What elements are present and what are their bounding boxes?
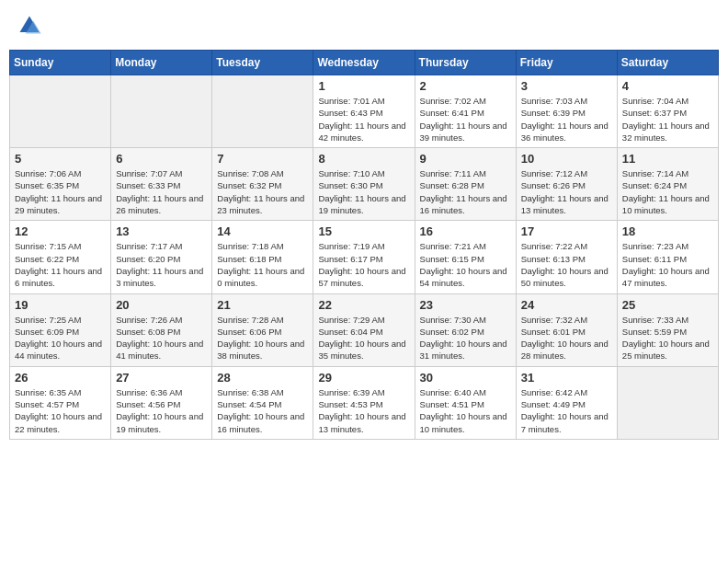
day-cell: 24Sunrise: 7:32 AM Sunset: 6:01 PM Dayli… bbox=[516, 293, 617, 366]
day-info: Sunrise: 7:33 AM Sunset: 5:59 PM Dayligh… bbox=[622, 314, 713, 362]
day-info: Sunrise: 7:28 AM Sunset: 6:06 PM Dayligh… bbox=[217, 314, 308, 362]
day-number: 1 bbox=[318, 79, 409, 93]
day-cell bbox=[617, 366, 718, 439]
day-number: 31 bbox=[521, 371, 612, 385]
weekday-header-sunday: Sunday bbox=[10, 51, 111, 75]
day-info: Sunrise: 7:22 AM Sunset: 6:13 PM Dayligh… bbox=[521, 240, 612, 289]
day-cell: 13Sunrise: 7:17 AM Sunset: 6:20 PM Dayli… bbox=[111, 221, 212, 293]
day-number: 15 bbox=[318, 224, 409, 238]
day-info: Sunrise: 7:02 AM Sunset: 6:41 PM Dayligh… bbox=[420, 95, 511, 144]
day-cell: 25Sunrise: 7:33 AM Sunset: 5:59 PM Dayli… bbox=[617, 293, 718, 366]
day-cell: 5Sunrise: 7:06 AM Sunset: 6:35 PM Daylig… bbox=[10, 148, 111, 221]
day-cell: 4Sunrise: 7:04 AM Sunset: 6:37 PM Daylig… bbox=[617, 75, 718, 148]
day-info: Sunrise: 7:17 AM Sunset: 6:20 PM Dayligh… bbox=[116, 240, 207, 289]
day-info: Sunrise: 7:11 AM Sunset: 6:28 PM Dayligh… bbox=[420, 167, 511, 216]
day-cell: 8Sunrise: 7:10 AM Sunset: 6:30 PM Daylig… bbox=[313, 148, 415, 221]
day-info: Sunrise: 7:12 AM Sunset: 6:26 PM Dayligh… bbox=[521, 167, 612, 216]
day-cell bbox=[111, 75, 212, 148]
day-number: 16 bbox=[420, 224, 511, 238]
day-cell: 12Sunrise: 7:15 AM Sunset: 6:22 PM Dayli… bbox=[10, 221, 111, 293]
day-cell: 1Sunrise: 7:01 AM Sunset: 6:43 PM Daylig… bbox=[313, 75, 415, 148]
day-cell: 21Sunrise: 7:28 AM Sunset: 6:06 PM Dayli… bbox=[212, 293, 313, 366]
day-cell: 2Sunrise: 7:02 AM Sunset: 6:41 PM Daylig… bbox=[415, 75, 516, 148]
week-row-3: 12Sunrise: 7:15 AM Sunset: 6:22 PM Dayli… bbox=[10, 221, 719, 293]
week-row-4: 19Sunrise: 7:25 AM Sunset: 6:09 PM Dayli… bbox=[10, 293, 719, 366]
day-cell: 3Sunrise: 7:03 AM Sunset: 6:39 PM Daylig… bbox=[516, 75, 617, 148]
weekday-header-thursday: Thursday bbox=[415, 51, 516, 75]
day-info: Sunrise: 7:18 AM Sunset: 6:18 PM Dayligh… bbox=[217, 240, 308, 289]
day-number: 30 bbox=[420, 371, 511, 385]
day-cell bbox=[10, 75, 111, 148]
day-number: 11 bbox=[622, 152, 713, 166]
weekday-header-saturday: Saturday bbox=[617, 51, 718, 75]
day-number: 25 bbox=[622, 298, 713, 312]
day-number: 10 bbox=[521, 152, 612, 166]
day-cell: 26Sunrise: 6:35 AM Sunset: 4:57 PM Dayli… bbox=[10, 366, 111, 439]
day-number: 27 bbox=[116, 371, 207, 385]
day-cell: 28Sunrise: 6:38 AM Sunset: 4:54 PM Dayli… bbox=[212, 366, 313, 439]
weekday-header-monday: Monday bbox=[111, 51, 212, 75]
day-info: Sunrise: 6:38 AM Sunset: 4:54 PM Dayligh… bbox=[217, 386, 308, 435]
day-number: 12 bbox=[15, 224, 106, 238]
week-row-2: 5Sunrise: 7:06 AM Sunset: 6:35 PM Daylig… bbox=[10, 148, 719, 221]
day-cell: 30Sunrise: 6:40 AM Sunset: 4:51 PM Dayli… bbox=[415, 366, 516, 439]
day-info: Sunrise: 7:26 AM Sunset: 6:08 PM Dayligh… bbox=[116, 314, 207, 362]
day-cell: 22Sunrise: 7:29 AM Sunset: 6:04 PM Dayli… bbox=[313, 293, 415, 366]
day-number: 7 bbox=[217, 152, 308, 166]
day-number: 18 bbox=[622, 224, 713, 238]
day-cell: 10Sunrise: 7:12 AM Sunset: 6:26 PM Dayli… bbox=[516, 148, 617, 221]
day-info: Sunrise: 7:15 AM Sunset: 6:22 PM Dayligh… bbox=[15, 240, 106, 289]
day-cell: 31Sunrise: 6:42 AM Sunset: 4:49 PM Dayli… bbox=[516, 366, 617, 439]
day-number: 20 bbox=[116, 298, 207, 312]
day-info: Sunrise: 7:10 AM Sunset: 6:30 PM Dayligh… bbox=[318, 167, 409, 216]
day-number: 24 bbox=[521, 298, 612, 312]
logo-icon bbox=[17, 13, 42, 39]
day-info: Sunrise: 6:36 AM Sunset: 4:56 PM Dayligh… bbox=[116, 386, 207, 435]
day-cell: 16Sunrise: 7:21 AM Sunset: 6:15 PM Dayli… bbox=[415, 221, 516, 293]
day-info: Sunrise: 7:01 AM Sunset: 6:43 PM Dayligh… bbox=[318, 95, 409, 144]
day-number: 21 bbox=[217, 298, 308, 312]
weekday-header-tuesday: Tuesday bbox=[212, 51, 313, 75]
day-info: Sunrise: 7:14 AM Sunset: 6:24 PM Dayligh… bbox=[622, 167, 713, 216]
day-info: Sunrise: 7:21 AM Sunset: 6:15 PM Dayligh… bbox=[420, 240, 511, 289]
day-cell: 6Sunrise: 7:07 AM Sunset: 6:33 PM Daylig… bbox=[111, 148, 212, 221]
day-number: 29 bbox=[318, 371, 409, 385]
day-number: 28 bbox=[217, 371, 308, 385]
day-number: 2 bbox=[420, 79, 511, 93]
weekday-header-friday: Friday bbox=[516, 51, 617, 75]
day-number: 14 bbox=[217, 224, 308, 238]
day-number: 23 bbox=[420, 298, 511, 312]
day-cell: 11Sunrise: 7:14 AM Sunset: 6:24 PM Dayli… bbox=[617, 148, 718, 221]
day-info: Sunrise: 7:08 AM Sunset: 6:32 PM Dayligh… bbox=[217, 167, 308, 216]
day-number: 17 bbox=[521, 224, 612, 238]
day-info: Sunrise: 7:03 AM Sunset: 6:39 PM Dayligh… bbox=[521, 95, 612, 144]
day-cell: 9Sunrise: 7:11 AM Sunset: 6:28 PM Daylig… bbox=[415, 148, 516, 221]
day-info: Sunrise: 7:06 AM Sunset: 6:35 PM Dayligh… bbox=[15, 167, 106, 216]
week-row-1: 1Sunrise: 7:01 AM Sunset: 6:43 PM Daylig… bbox=[10, 75, 719, 148]
day-info: Sunrise: 7:25 AM Sunset: 6:09 PM Dayligh… bbox=[15, 314, 106, 362]
day-cell: 20Sunrise: 7:26 AM Sunset: 6:08 PM Dayli… bbox=[111, 293, 212, 366]
day-info: Sunrise: 7:30 AM Sunset: 6:02 PM Dayligh… bbox=[420, 314, 511, 362]
day-cell: 23Sunrise: 7:30 AM Sunset: 6:02 PM Dayli… bbox=[415, 293, 516, 366]
day-cell bbox=[212, 75, 313, 148]
day-cell: 7Sunrise: 7:08 AM Sunset: 6:32 PM Daylig… bbox=[212, 148, 313, 221]
day-cell: 29Sunrise: 6:39 AM Sunset: 4:53 PM Dayli… bbox=[313, 366, 415, 439]
page-header bbox=[9, 9, 719, 42]
day-number: 26 bbox=[15, 371, 106, 385]
day-info: Sunrise: 6:39 AM Sunset: 4:53 PM Dayligh… bbox=[318, 386, 409, 435]
day-info: Sunrise: 6:42 AM Sunset: 4:49 PM Dayligh… bbox=[521, 386, 612, 435]
day-info: Sunrise: 7:32 AM Sunset: 6:01 PM Dayligh… bbox=[521, 314, 612, 362]
day-number: 3 bbox=[521, 79, 612, 93]
day-number: 9 bbox=[420, 152, 511, 166]
day-cell: 19Sunrise: 7:25 AM Sunset: 6:09 PM Dayli… bbox=[10, 293, 111, 366]
day-info: Sunrise: 7:23 AM Sunset: 6:11 PM Dayligh… bbox=[622, 240, 713, 289]
day-number: 22 bbox=[318, 298, 409, 312]
day-number: 5 bbox=[15, 152, 106, 166]
day-number: 6 bbox=[116, 152, 207, 166]
weekday-header-row: SundayMondayTuesdayWednesdayThursdayFrid… bbox=[10, 51, 719, 75]
day-cell: 17Sunrise: 7:22 AM Sunset: 6:13 PM Dayli… bbox=[516, 221, 617, 293]
day-cell: 27Sunrise: 6:36 AM Sunset: 4:56 PM Dayli… bbox=[111, 366, 212, 439]
day-number: 4 bbox=[622, 79, 713, 93]
day-number: 19 bbox=[15, 298, 106, 312]
week-row-5: 26Sunrise: 6:35 AM Sunset: 4:57 PM Dayli… bbox=[10, 366, 719, 439]
